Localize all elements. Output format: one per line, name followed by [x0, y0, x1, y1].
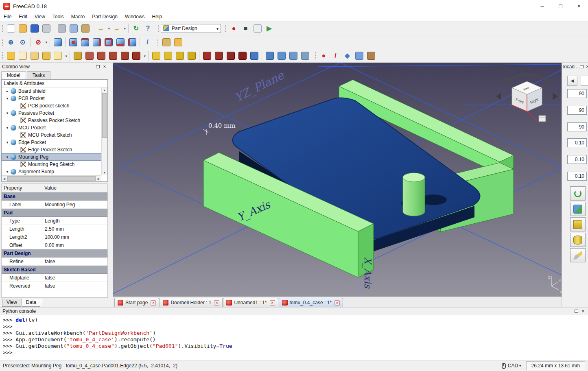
tree-item[interactable]: Edge Pocket Sketch: [2, 146, 101, 153]
document-tab[interactable]: tomu_0.4_case : 1*: [279, 298, 343, 307]
refresh-button[interactable]: ↻: [130, 23, 142, 34]
property-group[interactable]: Base: [2, 192, 107, 201]
window-minimize-button[interactable]: –: [533, 0, 551, 12]
dog-button[interactable]: [365, 50, 377, 61]
kicad-spin-field[interactable]: 90: [567, 89, 587, 98]
chevron-down-icon[interactable]: [4, 96, 11, 100]
view-right-button[interactable]: [91, 37, 103, 48]
print-button[interactable]: [40, 23, 52, 34]
document-tab[interactable]: Doorbell Holder : 1: [160, 298, 223, 307]
polar-pattern-button[interactable]: [174, 50, 186, 61]
fit-all-button[interactable]: ⊕: [5, 37, 17, 48]
carbon-copy-button[interactable]: [353, 50, 365, 61]
kicad-spin-field[interactable]: 0.10: [567, 155, 587, 164]
create-point-button[interactable]: ●: [318, 50, 330, 61]
property-row[interactable]: Length2.50 mm: [2, 225, 107, 233]
pad-button[interactable]: [72, 50, 83, 61]
chevron-down-icon[interactable]: [4, 126, 11, 130]
mounting-peg-cylinder[interactable]: [403, 173, 425, 216]
copy-button[interactable]: [68, 23, 79, 34]
edit-sketch-button[interactable]: [28, 50, 40, 61]
macro-edit-button[interactable]: [251, 23, 263, 34]
float-panel-icon[interactable]: [575, 310, 578, 313]
view-bottom-button[interactable]: [114, 37, 126, 48]
macro-stop-button[interactable]: ■: [240, 23, 251, 34]
close-panel-icon[interactable]: [581, 309, 586, 314]
window-maximize-button[interactable]: □: [551, 0, 570, 12]
tab-data[interactable]: Data: [22, 299, 44, 307]
create-part-button[interactable]: [160, 37, 172, 48]
python-console-body[interactable]: >>> del(tv)>>> >>> Gui.activateWorkbench…: [0, 315, 588, 360]
new-file-button[interactable]: [5, 23, 17, 34]
kicad-cylinder-button[interactable]: [570, 233, 586, 247]
create-body-button[interactable]: [5, 50, 17, 61]
draw-style-button[interactable]: ⊘: [32, 37, 48, 48]
cut-button[interactable]: [56, 23, 68, 34]
menu-item-file[interactable]: File: [0, 13, 15, 21]
property-row[interactable]: Length2100.00 mm: [2, 233, 107, 241]
property-row[interactable]: Reversedfalse: [2, 282, 107, 290]
kicad-spin-field[interactable]: 90: [567, 106, 587, 115]
close-panel-icon[interactable]: [102, 64, 107, 69]
kicad-pencil-button[interactable]: [570, 248, 586, 262]
tab-view[interactable]: View: [2, 299, 25, 307]
property-row[interactable]: LabelMounting Peg: [2, 201, 107, 209]
revolution-button[interactable]: [83, 50, 95, 61]
map-sketch-to-face-button[interactable]: [40, 50, 52, 61]
tree-item[interactable]: MCU Pocket: [2, 124, 101, 131]
chevron-down-icon[interactable]: [4, 155, 11, 159]
close-tab-icon[interactable]: [270, 300, 275, 306]
create-datum-button[interactable]: [52, 50, 68, 61]
window-close-button[interactable]: ×: [570, 0, 588, 12]
view-left-button[interactable]: [126, 37, 138, 48]
tree-item[interactable]: PCB pocket sketch: [2, 102, 101, 109]
nav-style-selector[interactable]: CAD: [508, 363, 518, 369]
scroll-right-icon[interactable]: [96, 176, 101, 181]
tree-item[interactable]: Passives Pocket Sketch: [2, 117, 101, 124]
create-sketch-button[interactable]: [17, 50, 28, 61]
redo-button[interactable]: →: [111, 23, 127, 34]
menu-item-part-design[interactable]: Part Design: [88, 13, 121, 21]
scrollbar-thumb[interactable]: [102, 93, 107, 138]
close-tab-icon[interactable]: [151, 300, 156, 306]
property-group[interactable]: Pad: [2, 209, 107, 217]
kicad-box-button[interactable]: [570, 217, 586, 231]
menu-item-view[interactable]: View: [31, 13, 49, 21]
external-geometry-button[interactable]: ◆: [341, 50, 353, 61]
workbench-selector[interactable]: Part Design: [161, 24, 221, 33]
mirrored-button[interactable]: [150, 50, 162, 61]
tree-item[interactable]: Passives Pocket: [2, 109, 101, 117]
property-row[interactable]: TypeLength: [2, 217, 107, 225]
open-file-button[interactable]: [17, 23, 28, 34]
fillet-button[interactable]: [264, 50, 275, 61]
chevron-down-icon[interactable]: [4, 140, 11, 144]
tree-vertical-scrollbar[interactable]: [101, 87, 107, 175]
scroll-down-icon[interactable]: [102, 170, 107, 175]
tree-horizontal-scrollbar[interactable]: [2, 175, 101, 181]
property-row[interactable]: Refinefalse: [2, 258, 107, 266]
chevron-down-icon[interactable]: [4, 170, 11, 174]
pocket-button[interactable]: [201, 50, 213, 61]
hole-button[interactable]: [213, 50, 225, 61]
tree-item[interactable]: Edge Pocket: [2, 139, 101, 146]
linear-pattern-button[interactable]: [162, 50, 174, 61]
create-line-button[interactable]: /: [330, 50, 341, 61]
draft-button[interactable]: [287, 50, 299, 61]
chevron-down-icon[interactable]: [4, 111, 11, 115]
close-panel-icon[interactable]: [585, 64, 588, 69]
macro-record-button[interactable]: ●: [228, 23, 240, 34]
property-group[interactable]: Sketch Based: [2, 266, 107, 274]
float-panel-icon[interactable]: [580, 65, 584, 68]
save-button[interactable]: [28, 23, 40, 34]
tree-item[interactable]: PCB Pocket: [2, 95, 101, 102]
undo-button[interactable]: ←: [95, 23, 111, 34]
menu-item-windows[interactable]: Windows: [121, 13, 149, 21]
tree-item[interactable]: Mounting Peg Sketch: [2, 161, 101, 168]
float-panel-icon[interactable]: [96, 65, 100, 68]
property-row[interactable]: Midplanefalse: [2, 274, 107, 282]
thickness-button[interactable]: [299, 50, 311, 61]
mini-cube-icon[interactable]: [539, 116, 546, 122]
multi-transform-button[interactable]: [186, 50, 197, 61]
create-group-button[interactable]: [172, 37, 184, 48]
kicad-back-button[interactable]: [567, 76, 577, 86]
